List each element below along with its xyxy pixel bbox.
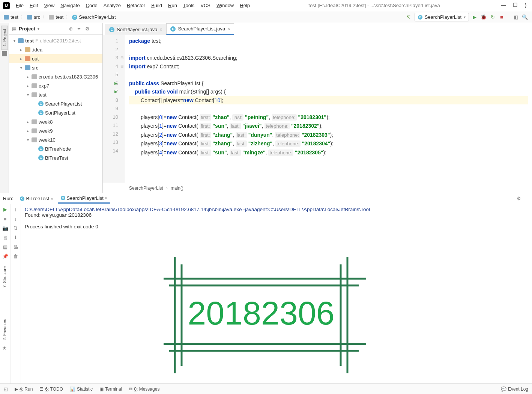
menu-help[interactable]: Help bbox=[237, 1, 253, 10]
menu-run[interactable]: Run bbox=[165, 1, 180, 10]
tree-twisty-icon[interactable]: ▸ bbox=[26, 120, 30, 124]
run-config-label: SearchPlayerList bbox=[425, 14, 461, 20]
tree-twisty-icon[interactable]: ▸ bbox=[26, 75, 30, 79]
menu-edit[interactable]: Edit bbox=[27, 1, 41, 10]
search-button[interactable]: 🔍 bbox=[521, 14, 528, 21]
close-tab-icon[interactable]: × bbox=[159, 27, 162, 32]
locate-icon[interactable]: ⊕ bbox=[69, 26, 75, 32]
breadcrumb-item[interactable]: test bbox=[2, 14, 20, 21]
down-icon[interactable]: ↓ bbox=[14, 216, 17, 222]
stop-button[interactable]: ■ bbox=[498, 14, 505, 21]
tree-node[interactable]: ▸exp7 bbox=[9, 81, 102, 90]
up-icon[interactable]: ↑ bbox=[14, 207, 17, 212]
code-editor[interactable]: package test; import cn.edu.besti.cs1823… bbox=[125, 35, 532, 183]
tree-twisty-icon[interactable]: ▸ bbox=[19, 48, 23, 52]
run-tab[interactable]: CBiTreeTest× bbox=[17, 194, 56, 204]
breadcrumb-item[interactable]: src bbox=[26, 14, 42, 21]
maximize-button[interactable]: ☐ bbox=[513, 2, 518, 9]
close-run-tab-icon[interactable]: × bbox=[105, 196, 107, 200]
tree-node[interactable]: ▸week9 bbox=[9, 126, 102, 135]
tree-node[interactable]: ▸.idea bbox=[9, 45, 102, 54]
settings-gear-icon[interactable]: ⚙ bbox=[85, 26, 91, 32]
menu-file[interactable]: File bbox=[13, 1, 27, 10]
menu-navigate[interactable]: Navigate bbox=[57, 1, 83, 10]
expand-icon[interactable]: ✦ bbox=[77, 26, 83, 32]
trash-icon[interactable]: 🗑 bbox=[13, 254, 18, 259]
close-tab-icon[interactable]: × bbox=[227, 26, 230, 32]
run-settings-gear-icon[interactable]: ⚙ bbox=[517, 196, 521, 201]
breadcrumb-item[interactable]: test bbox=[47, 14, 65, 21]
build-hammer-icon[interactable]: ↸ bbox=[405, 14, 412, 21]
tree-node[interactable]: CSearchPlayerList bbox=[9, 99, 102, 108]
tree-twisty-icon[interactable]: ▸ bbox=[19, 57, 23, 61]
rerun-button[interactable]: ▶ bbox=[3, 207, 7, 212]
close-button[interactable]: ⟩ bbox=[524, 2, 527, 9]
debug-button[interactable]: 🐞 bbox=[480, 14, 487, 21]
tree-twisty-icon[interactable]: ▾ bbox=[26, 93, 30, 97]
favorites-tool-tab[interactable]: 2: Favorites bbox=[1, 316, 8, 344]
status-run[interactable]: ▶4: Run bbox=[15, 386, 33, 392]
structure-tool-tab[interactable]: 7: Structure bbox=[1, 263, 8, 291]
run-icon: ▶ bbox=[15, 386, 18, 392]
tree-node[interactable]: ▾test F:\.IdeaIC2019.2\test bbox=[9, 36, 102, 45]
menu-view[interactable]: View bbox=[41, 1, 57, 10]
run-button[interactable]: ▶ bbox=[471, 14, 478, 21]
project-tree[interactable]: ▾test F:\.IdeaIC2019.2\test▸.idea▸out▾sr… bbox=[9, 35, 102, 193]
status-messages[interactable]: ✉0: Messages bbox=[129, 386, 159, 392]
folder-g-icon bbox=[32, 92, 37, 97]
git-button[interactable]: ◧ bbox=[512, 14, 519, 21]
crumb-method[interactable]: main() bbox=[171, 186, 183, 191]
menu-window[interactable]: Window bbox=[213, 1, 237, 10]
menu-vcs[interactable]: VCS bbox=[197, 1, 213, 10]
menu-refactor[interactable]: Refactor bbox=[124, 1, 148, 10]
minimize-button[interactable]: — bbox=[501, 2, 506, 9]
exit-icon[interactable]: ⎘ bbox=[4, 235, 7, 240]
tree-node[interactable]: ▾src bbox=[9, 63, 102, 72]
menu-tools[interactable]: Tools bbox=[180, 1, 197, 10]
status-statistic[interactable]: 📊Statistic bbox=[70, 386, 93, 392]
menu-code[interactable]: Code bbox=[83, 1, 101, 10]
menu-build[interactable]: Build bbox=[148, 1, 165, 10]
print-icon[interactable]: 🖶 bbox=[13, 244, 18, 250]
tree-node[interactable]: ▸out bbox=[9, 54, 102, 63]
tree-node[interactable]: ▸week8 bbox=[9, 117, 102, 126]
menu-analyze[interactable]: Analyze bbox=[101, 1, 124, 10]
console-output[interactable]: C:\Users\DELL\AppData\Local\JetBrains\To… bbox=[21, 204, 532, 383]
tree-node[interactable]: CSortPlayerList bbox=[9, 108, 102, 117]
run-config-dropdown[interactable]: C SearchPlayerList ▾ bbox=[415, 13, 469, 21]
tree-node[interactable]: CBiTreeTest bbox=[9, 153, 102, 162]
editor-tab[interactable]: CSearchPlayerList.java× bbox=[166, 23, 234, 35]
tree-twisty-icon[interactable]: ▾ bbox=[26, 138, 30, 142]
folder-o-icon bbox=[25, 56, 30, 61]
project-tool-tab[interactable]: 1: Project bbox=[1, 26, 8, 50]
tree-node[interactable]: CBiTreeNode bbox=[9, 144, 102, 153]
collapse-icon[interactable]: — bbox=[93, 26, 99, 32]
tool-window-icon[interactable]: ◱ bbox=[4, 386, 8, 392]
dump-icon[interactable]: 📷 bbox=[2, 225, 8, 231]
breadcrumb-item[interactable]: CSearchPlayerList bbox=[71, 14, 117, 21]
close-run-tab-icon[interactable]: × bbox=[51, 196, 53, 201]
status-todo[interactable]: ☰6: TODO bbox=[39, 386, 63, 392]
project-view-dropdown[interactable]: Project bbox=[19, 26, 35, 32]
editor-breadcrumb: SearchPlayerList › main() bbox=[103, 183, 532, 193]
run-minimize-icon[interactable]: — bbox=[524, 196, 529, 201]
tree-twisty-icon[interactable]: ▸ bbox=[26, 129, 30, 133]
tree-node[interactable]: ▸cn.edu.besti.cs1823.G2306 bbox=[9, 72, 102, 81]
event-log-button[interactable]: 💬 Event Log bbox=[501, 386, 528, 392]
coverage-button[interactable]: ↻ bbox=[489, 14, 496, 21]
scroll-icon[interactable]: ⤓ bbox=[14, 235, 18, 240]
tree-node[interactable]: ▾week10 bbox=[9, 135, 102, 144]
console-line: Process finished with exit code 0 bbox=[25, 224, 528, 229]
pin-icon[interactable]: 📌 bbox=[2, 254, 8, 259]
wrap-icon[interactable]: ⇅ bbox=[14, 225, 18, 231]
tree-node[interactable]: ▾test bbox=[9, 90, 102, 99]
tree-twisty-icon[interactable]: ▸ bbox=[26, 84, 30, 88]
run-tab[interactable]: CSearchPlayerList× bbox=[58, 194, 111, 204]
crumb-class[interactable]: SearchPlayerList bbox=[129, 186, 163, 191]
tree-twisty-icon[interactable]: ▾ bbox=[19, 66, 23, 70]
stop-run-button[interactable]: ■ bbox=[4, 216, 7, 222]
status-terminal[interactable]: ▣Terminal bbox=[99, 386, 122, 392]
layout-icon[interactable]: ▤ bbox=[3, 244, 8, 250]
tree-twisty-icon[interactable]: ▾ bbox=[12, 39, 17, 43]
editor-tab[interactable]: CSortPlayerList.java× bbox=[105, 24, 166, 35]
